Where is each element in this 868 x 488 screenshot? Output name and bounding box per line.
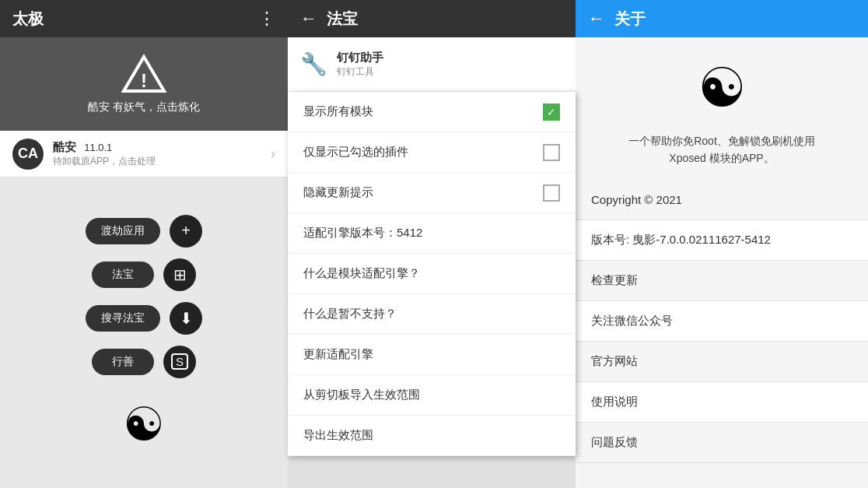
feedback-label: 问题反馈 bbox=[591, 435, 638, 450]
wechat-label: 关注微信公众号 bbox=[591, 314, 673, 328]
btn-icon-circle-0[interactable]: + bbox=[170, 215, 202, 248]
menu-item-label-8: 导出生效范围 bbox=[303, 428, 373, 443]
menu-item-5[interactable]: 什么是暂不支持？ bbox=[288, 294, 576, 335]
middle-panel: ← 法宝 🔧 钉钉助手 钉钉工具 显示所有模块 仅显示已勾选的插件 隐藏更新提示… bbox=[288, 0, 576, 488]
right-panel: ← 关于 ☯ 一个帮助你免Root、免解锁免刷机使用Xposed 模块的APP。… bbox=[576, 0, 868, 488]
action-btn-0[interactable]: 渡劫应用 + bbox=[86, 215, 202, 248]
version-item: 版本号: 曳影-7.0.0.02111627-5412 bbox=[576, 220, 868, 261]
middle-title: 法宝 bbox=[327, 9, 358, 30]
app-icon: CA bbox=[12, 139, 44, 170]
right-title: 关于 bbox=[614, 9, 646, 30]
warning-triangle-icon: ! bbox=[121, 54, 167, 94]
about-list: Copyright © 2021 版本号: 曳影-7.0.0.02111627-… bbox=[576, 180, 868, 488]
wechat-item[interactable]: 关注微信公众号 bbox=[576, 301, 868, 342]
check-update-item[interactable]: 检查更新 bbox=[576, 261, 868, 301]
version-text: 版本号: 曳影-7.0.0.02111627-5412 bbox=[591, 233, 771, 248]
about-description: 一个帮助你免Root、免解锁免刷机使用Xposed 模块的APP。 bbox=[576, 132, 868, 180]
checkbox-2[interactable] bbox=[543, 184, 560, 202]
btn-label-3: 行善 bbox=[92, 349, 154, 375]
app-arrow-icon: › bbox=[271, 146, 275, 162]
checkbox-1[interactable] bbox=[543, 144, 560, 161]
grid-icon: ⊞ bbox=[173, 265, 187, 284]
left-header: 太极 ⋮ bbox=[0, 0, 288, 37]
buttons-area: 渡劫应用 + 法宝 ⊞ 搜寻法宝 ⬇ 行善 S ☯ bbox=[0, 177, 288, 488]
svg-text:!: ! bbox=[141, 70, 147, 91]
menu-item-label-6: 更新适配引擎 bbox=[303, 347, 373, 362]
tool-row[interactable]: 🔧 钉钉助手 钉钉工具 bbox=[288, 37, 576, 92]
feedback-item[interactable]: 问题反馈 bbox=[576, 423, 868, 463]
menu-item-label-1: 仅显示已勾选的插件 bbox=[303, 145, 408, 160]
action-btn-2[interactable]: 搜寻法宝 ⬇ bbox=[86, 302, 202, 335]
left-title: 太极 bbox=[12, 9, 44, 30]
menu-item-0[interactable]: 显示所有模块 bbox=[288, 92, 576, 132]
menu-icon[interactable]: ⋮ bbox=[258, 9, 275, 29]
menu-item-8[interactable]: 导出生效范围 bbox=[288, 416, 576, 456]
btn-icon-circle-1[interactable]: ⊞ bbox=[163, 258, 196, 291]
about-logo-area: ☯ bbox=[576, 37, 868, 132]
manual-item[interactable]: 使用说明 bbox=[576, 382, 868, 423]
menu-item-3: 适配引擎版本号：5412 bbox=[288, 213, 576, 254]
tool-info: 钉钉助手 钉钉工具 bbox=[337, 51, 383, 79]
app-row[interactable]: CA 酷安 11.0.1 待卸载原APP，点击处理 › bbox=[0, 131, 288, 177]
copyright-text: Copyright © 2021 bbox=[591, 193, 682, 206]
left-panel: 太极 ⋮ ! 酷安 有妖气，点击炼化 CA 酷安 11.0.1 待卸载原APP，… bbox=[0, 0, 288, 488]
action-btn-3[interactable]: 行善 S bbox=[92, 346, 196, 378]
menu-item-label-2: 隐藏更新提示 bbox=[303, 185, 373, 200]
warning-text: 酷安 有妖气，点击炼化 bbox=[88, 100, 200, 114]
action-btn-1[interactable]: 法宝 ⊞ bbox=[92, 258, 196, 291]
btn-label-1: 法宝 bbox=[92, 262, 154, 288]
checkbox-0[interactable] bbox=[543, 104, 560, 121]
menu-item-6[interactable]: 更新适配引擎 bbox=[288, 335, 576, 375]
menu-item-label-4: 什么是模块适配引擎？ bbox=[303, 266, 420, 281]
btn-icon-circle-2[interactable]: ⬇ bbox=[170, 302, 202, 335]
menu-item-4[interactable]: 什么是模块适配引擎？ bbox=[288, 254, 576, 294]
website-item[interactable]: 官方网站 bbox=[576, 342, 868, 382]
menu-item-7[interactable]: 从剪切板导入生效范围 bbox=[288, 375, 576, 416]
website-label: 官方网站 bbox=[591, 354, 638, 369]
menu-item-2[interactable]: 隐藏更新提示 bbox=[288, 173, 576, 213]
manual-label: 使用说明 bbox=[591, 395, 638, 409]
right-header: ← 关于 bbox=[576, 0, 868, 37]
right-back-button[interactable]: ← bbox=[588, 9, 605, 29]
btn-label-2: 搜寻法宝 bbox=[86, 305, 160, 332]
copyright-item: Copyright © 2021 bbox=[576, 180, 868, 220]
menu-item-label-7: 从剪切板导入生效范围 bbox=[303, 388, 420, 402]
menu-item-1[interactable]: 仅显示已勾选的插件 bbox=[288, 132, 576, 173]
tool-subtitle: 钉钉工具 bbox=[337, 65, 383, 79]
menu-item-label-0: 显示所有模块 bbox=[303, 104, 373, 119]
yin-yang-icon: ☯ bbox=[698, 56, 747, 120]
btn-icon-circle-3[interactable]: S bbox=[163, 346, 196, 378]
menu-item-label-3: 适配引擎版本号：5412 bbox=[303, 226, 422, 240]
tool-icon: 🔧 bbox=[300, 51, 327, 77]
tool-name: 钉钉助手 bbox=[337, 51, 383, 65]
btn-label-0: 渡劫应用 bbox=[86, 218, 160, 244]
plus-icon: + bbox=[181, 222, 191, 240]
app-subtitle: 待卸载原APP，点击处理 bbox=[53, 155, 261, 168]
download-icon: ⬇ bbox=[180, 309, 193, 328]
app-info: 酷安 11.0.1 待卸载原APP，点击处理 bbox=[53, 140, 261, 168]
warning-banner[interactable]: ! 酷安 有妖气，点击炼化 bbox=[0, 37, 288, 131]
dropdown-menu: 显示所有模块 仅显示已勾选的插件 隐藏更新提示 适配引擎版本号：5412 什么是… bbox=[288, 92, 576, 456]
app-name: 酷安 11.0.1 bbox=[53, 140, 261, 155]
check-update-label: 检查更新 bbox=[591, 273, 638, 288]
menu-item-label-5: 什么是暂不支持？ bbox=[303, 307, 397, 321]
back-button[interactable]: ← bbox=[300, 9, 317, 29]
s-icon: S bbox=[171, 353, 188, 370]
yin-yang-logo: ☯ bbox=[123, 397, 165, 451]
middle-header: ← 法宝 bbox=[288, 0, 576, 37]
